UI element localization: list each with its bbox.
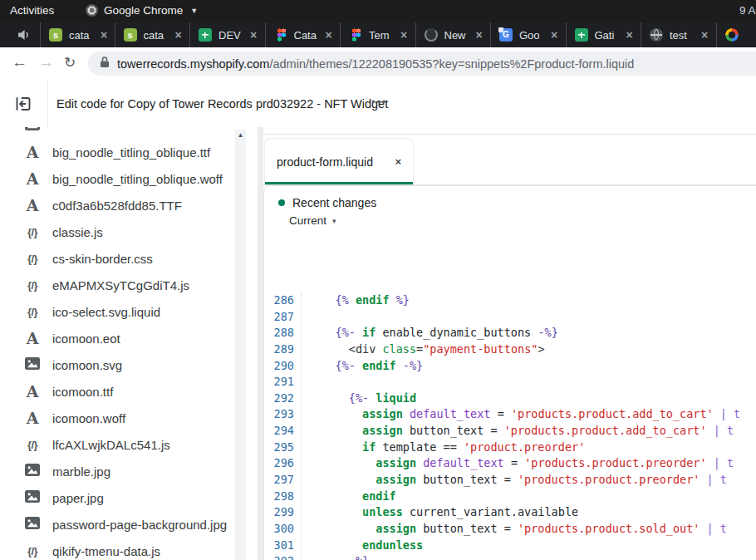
lock-icon — [100, 56, 110, 71]
browser-tab[interactable]: Cata× — [266, 22, 341, 47]
version-dropdown[interactable]: Current ▾ — [289, 214, 756, 227]
browser-tab[interactable]: DEV× — [190, 22, 266, 47]
file-name: icomoon.woff — [52, 411, 125, 425]
file-name: ico-select.svg.liquid — [52, 305, 160, 319]
tab-close-icon[interactable]: × — [250, 28, 257, 42]
code-file-icon: {/} — [23, 306, 42, 318]
code-lines[interactable]: 286 {% endif %}287288 {%- if enable_dyna… — [264, 292, 756, 560]
code-line: 294 assign button_text = 'products.produ… — [264, 423, 756, 440]
tab-close-icon[interactable]: × — [476, 28, 483, 42]
file-name: cs-skin-border.css — [52, 252, 153, 266]
version-dropdown-label: Current — [289, 214, 326, 227]
forward-button[interactable]: → — [38, 53, 54, 71]
browser-tab[interactable]: GGoo× — [491, 22, 567, 47]
tab-close-icon[interactable]: × — [626, 28, 633, 42]
file-item[interactable]: {/}classie.js — [0, 219, 258, 245]
file-name: paper.jpg — [52, 491, 104, 505]
file-item[interactable]: icomoon.svg — [0, 351, 258, 378]
file-item[interactable]: Abig_noodle_titling_oblique.woff — [0, 165, 258, 192]
file-item[interactable]: paper.jpg — [0, 484, 258, 511]
address-bar[interactable]: towerrecords.myshopify.com/admin/themes/… — [88, 52, 756, 76]
line-number: 292 — [264, 391, 302, 407]
code-line: 291 — [264, 374, 756, 391]
font-file-icon: A — [23, 382, 42, 400]
file-name: big_noodle_titling_oblique.woff — [52, 172, 223, 186]
tab-strip-tabs: scata×scata×DEV×Cata×Tem×New×GGoo×Gati×t… — [40, 22, 752, 47]
editor-tab-close-icon[interactable]: × — [395, 155, 401, 168]
code-text: endunless — [302, 538, 423, 554]
app-menu-label: Google Chrome — [104, 4, 183, 17]
code-line: 297 assign button_text = 'products.produ… — [264, 472, 756, 489]
file-item[interactable]: {/}lfcAXLwjkDALc541.js — [0, 431, 258, 458]
file-item[interactable]: marble.jpg — [0, 458, 258, 484]
file-item[interactable]: Aicomoon.eot — [0, 325, 258, 351]
sidebar-scrollbar[interactable]: ▲ — [235, 130, 246, 560]
image-file-icon — [23, 490, 42, 506]
file-list: Abig_noodle_titling_oblique.ttfAbig_nood… — [0, 127, 258, 560]
file-item[interactable]: Ac0df3a6b528fdd85.TTF — [0, 192, 258, 219]
file-item[interactable]: password-page-background.jpg — [0, 511, 258, 538]
font-file-icon: A — [23, 169, 42, 188]
browser-tab[interactable]: scata× — [115, 22, 191, 47]
code-text: assign button_text = 'products.product.s… — [302, 521, 727, 538]
more-actions-button[interactable]: ••• — [371, 81, 388, 127]
tab-title: cata — [144, 29, 172, 42]
browser-tab[interactable]: Gati× — [567, 22, 642, 47]
file-item[interactable]: Abig_noodle_titling_oblique.ttf — [0, 139, 258, 165]
code-file-icon: {/} — [23, 279, 42, 292]
header-divider — [47, 81, 48, 127]
tab-close-icon[interactable]: × — [101, 28, 107, 42]
browser-tab[interactable]: test× — [641, 22, 717, 47]
circle-dark-favicon — [425, 28, 438, 42]
code-line: 300 assign button_text = 'products.produ… — [264, 521, 756, 538]
code-text — [302, 309, 308, 326]
reload-button[interactable]: ↻ — [64, 54, 76, 71]
browser-tab[interactable]: Tem× — [341, 22, 416, 47]
shopify-favicon: s — [49, 28, 62, 42]
audio-speaker-icon[interactable] — [17, 29, 30, 44]
image-icon — [23, 127, 42, 134]
tab-close-icon[interactable]: × — [400, 28, 407, 42]
editor-file-tab[interactable]: product-form.liquid × — [264, 138, 414, 184]
line-number: 296 — [264, 455, 302, 472]
tab-close-icon[interactable]: × — [326, 28, 332, 42]
code-line: 293 assign default_text = 'products.prod… — [264, 406, 756, 423]
tab-title: Gati — [595, 29, 623, 42]
activities-button[interactable]: Activities — [10, 4, 54, 17]
url-text: towerrecords.myshopify.com/admin/themes/… — [117, 57, 634, 71]
file-item[interactable]: {/}qikify-tmenu-data.js — [0, 538, 258, 560]
code-text: assign default_text = 'products.product.… — [302, 406, 740, 423]
line-number: 289 — [264, 341, 302, 358]
shopify-favicon: s — [124, 28, 137, 42]
browser-tab[interactable]: New× — [416, 22, 492, 47]
file-item[interactable]: {/}cs-skin-border.css — [0, 245, 258, 272]
code-file-icon: {/} — [23, 226, 42, 238]
code-text: assign button_text = 'products.product.a… — [302, 423, 734, 440]
tab-title: Cata — [294, 29, 322, 42]
file-name: password-page-background.jpg — [52, 518, 227, 532]
browser-tab[interactable] — [717, 22, 752, 47]
browser-tab[interactable]: scata× — [40, 22, 115, 47]
file-name: icomoon.eot — [52, 332, 120, 346]
file-item[interactable]: {/}ico-select.svg.liquid — [0, 298, 258, 325]
app-menu[interactable]: Google Chrome ▼ — [86, 4, 198, 17]
page-title: Edit code for Copy of Tower Records prd0… — [56, 81, 388, 127]
scroll-up-arrow-icon[interactable]: ▲ — [235, 131, 246, 139]
code-text: {% endif %} — [302, 292, 410, 309]
file-item[interactable]: Aicomoon.ttf — [0, 378, 258, 405]
tab-close-icon[interactable]: × — [175, 28, 182, 42]
translate-favicon: G — [499, 28, 513, 42]
back-button[interactable]: ← — [12, 53, 27, 71]
file-item[interactable]: {/}eMAPMXSyTCgGdiT4.js — [0, 272, 258, 298]
url-domain: towerrecords.myshopify.com — [117, 57, 269, 71]
file-item[interactable]: Aicomoon.woff — [0, 405, 258, 431]
image-file-icon — [23, 464, 42, 479]
code-text: assign button_text = 'products.product.p… — [302, 472, 727, 489]
line-number: 300 — [264, 521, 302, 538]
font-file-icon: A — [23, 143, 42, 161]
url-path: /admin/themes/122208190535?key=snippets%… — [269, 57, 634, 71]
tab-close-icon[interactable]: × — [551, 28, 557, 42]
tab-title: Tem — [369, 29, 397, 42]
exit-code-editor-button[interactable] — [13, 94, 33, 114]
tab-close-icon[interactable]: × — [701, 28, 708, 42]
